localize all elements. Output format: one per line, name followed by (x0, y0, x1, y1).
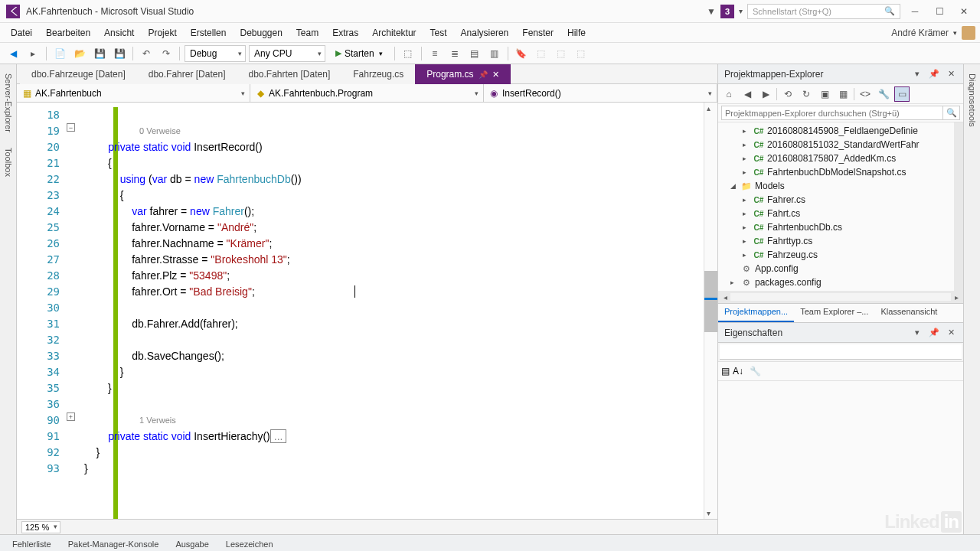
filter-icon[interactable]: ▼ (707, 6, 716, 17)
props-wrench-icon[interactable]: 🔧 (750, 366, 761, 377)
start-button[interactable]: ▶ Starten ▾ (328, 45, 390, 62)
server-explorer-tab[interactable]: Server-Explorer (4, 69, 13, 137)
codelens-refs-1[interactable]: 1 Verweis (84, 412, 704, 429)
pin-icon[interactable]: 📌 (479, 70, 488, 79)
tb-icon-4[interactable]: ⬚ (533, 45, 550, 62)
tree-item[interactable]: ▸C#Fahrer.cs (718, 193, 954, 207)
tree-hscroll[interactable]: ◂ ▸ (718, 291, 963, 303)
tab-paket-manager[interactable]: Paket-Manager-Konsole (60, 536, 167, 552)
close-button[interactable]: ✕ (954, 4, 974, 19)
tree-item-packages[interactable]: ▸⚙packages.config (718, 276, 954, 289)
solution-tree[interactable]: ▸C#20160808145908_FeldlaengeDefinie ▸C#2… (718, 122, 954, 291)
bookmark-button[interactable]: 🔖 (513, 45, 530, 62)
explorer-search-button[interactable]: 🔍 (943, 106, 960, 120)
diagnostics-tab[interactable]: Diagnosetools (968, 69, 977, 132)
tree-item-appconfig[interactable]: ⚙App.config (718, 262, 954, 276)
tab-program-cs[interactable]: Program.cs 📌 ✕ (415, 64, 510, 84)
properties-button[interactable]: 🔧 (876, 86, 891, 102)
minimize-button[interactable]: ─ (905, 4, 925, 19)
menu-debuggen[interactable]: Debuggen (234, 24, 288, 41)
tab-fahrten-daten[interactable]: dbo.Fahrten [Daten] (237, 64, 341, 84)
save-all-button[interactable]: 💾 (111, 45, 128, 62)
toolbox-tab[interactable]: Toolbox (4, 143, 13, 181)
tab-team-explorer[interactable]: Team Explorer –... (794, 304, 874, 322)
start-dropdown-icon[interactable]: ▾ (379, 50, 383, 57)
code-button[interactable]: <> (858, 86, 873, 102)
tree-scrollbar[interactable] (954, 122, 963, 291)
nav-method[interactable]: ◉ InsertRecord() (484, 84, 717, 102)
maximize-button[interactable]: ☐ (929, 4, 949, 19)
config-dropdown[interactable]: Debug (185, 45, 246, 62)
tab-lesezeichen[interactable]: Lesezeichen (218, 536, 281, 552)
nav-project[interactable]: ▦ AK.Fahrtenbuch (17, 84, 250, 102)
save-button[interactable]: 💾 (91, 45, 108, 62)
nav-forward-button[interactable]: ▸ (24, 45, 41, 62)
tree-item[interactable]: ▸C#20160808151032_StandardWertFahr (718, 138, 954, 152)
scroll-up-icon[interactable]: ▴ (707, 104, 710, 112)
menu-fenster[interactable]: Fenster (516, 24, 560, 41)
tab-fahrzeuge-daten[interactable]: dbo.Fahrzeuge [Daten] (20, 64, 137, 84)
preview-button[interactable]: ▭ (894, 86, 910, 102)
notification-dropdown-icon[interactable]: ▾ (739, 7, 743, 15)
tree-item[interactable]: ▸C#Fahrt.cs (718, 207, 954, 220)
comment-button[interactable]: ▤ (466, 45, 483, 62)
fold-column[interactable]: − + (66, 103, 78, 519)
menu-bearbeiten[interactable]: Bearbeiten (40, 24, 96, 41)
tb-icon-2[interactable]: ≡ (426, 45, 443, 62)
tb-icon-6[interactable]: ⬚ (573, 45, 590, 62)
redo-button[interactable]: ↷ (158, 45, 175, 62)
new-project-button[interactable]: 📄 (51, 45, 68, 62)
menu-erstellen[interactable]: Erstellen (185, 24, 233, 41)
scroll-right-icon[interactable]: ▸ (951, 293, 962, 302)
panel-pin-icon[interactable]: 📌 (928, 68, 940, 80)
home-button[interactable]: ⌂ (721, 86, 737, 102)
uncomment-button[interactable]: ▥ (486, 45, 503, 62)
menu-extras[interactable]: Extras (326, 24, 364, 41)
scroll-map[interactable]: ▴ ▾ (704, 103, 717, 519)
platform-dropdown[interactable]: Any CPU (249, 45, 325, 62)
collapse-button[interactable]: ▣ (817, 86, 832, 102)
tree-item[interactable]: ▸C#Fahrzeug.cs (718, 248, 954, 262)
notification-badge[interactable]: 3 (720, 5, 734, 18)
forward-button[interactable]: ▶ (758, 86, 773, 102)
nav-back-button[interactable]: ◀ (5, 45, 21, 62)
tab-fahrer-daten[interactable]: dbo.Fahrer [Daten] (137, 64, 237, 84)
tb-icon-1[interactable]: ⬚ (400, 45, 416, 62)
user-name[interactable]: André Krämer (891, 28, 949, 38)
tree-item[interactable]: ▸C#FahrtenbuchDbModelSnapshot.cs (718, 165, 954, 179)
tree-item[interactable]: ▸C#20160808175807_AddedKm.cs (718, 152, 954, 165)
tb-icon-3[interactable]: ≣ (446, 45, 463, 62)
back-button[interactable]: ◀ (740, 86, 755, 102)
scroll-left-icon[interactable]: ◂ (720, 293, 730, 302)
tab-ausgabe[interactable]: Ausgabe (168, 536, 216, 552)
tab-klassenansicht[interactable]: Klassenansicht (874, 304, 943, 322)
fold-plus-icon[interactable]: + (67, 412, 75, 421)
panel-close-icon[interactable]: ✕ (945, 68, 957, 80)
codelens-refs-0[interactable]: 0 Verweise (84, 123, 704, 139)
undo-button[interactable]: ↶ (138, 45, 155, 62)
code-editor[interactable]: 1819202122232425262728293031323334353690… (17, 103, 717, 519)
tree-item[interactable]: ▸C#20160808145908_FeldlaengeDefinie (718, 124, 954, 138)
alphabetical-button[interactable]: A↓ (733, 366, 743, 377)
menu-architektur[interactable]: Architektur (366, 24, 422, 41)
tree-item[interactable]: ▸C#FahrtenbuchDb.cs (718, 220, 954, 234)
zoom-select[interactable]: 125 % (21, 521, 60, 533)
menu-datei[interactable]: Datei (5, 24, 38, 41)
tab-fahrzeug-cs[interactable]: Fahrzeug.cs (341, 64, 415, 84)
user-dropdown-icon[interactable]: ▾ (953, 29, 957, 37)
props-pin-icon[interactable]: 📌 (928, 327, 940, 339)
properties-object-dropdown[interactable] (720, 344, 962, 360)
panel-dropdown-icon[interactable]: ▾ (911, 68, 923, 80)
scroll-thumb[interactable] (704, 271, 717, 332)
menu-analysieren[interactable]: Analysieren (455, 24, 515, 41)
tab-fehlerliste[interactable]: Fehlerliste (5, 536, 59, 552)
menu-team[interactable]: Team (290, 24, 325, 41)
menu-projekt[interactable]: Projekt (142, 24, 182, 41)
categorized-button[interactable]: ▤ (721, 366, 730, 377)
refresh-button[interactable]: ↻ (799, 86, 814, 102)
explorer-search-input[interactable] (721, 106, 943, 120)
tree-item[interactable]: ▸C#Fahrttyp.cs (718, 234, 954, 248)
code-content[interactable]: 0 Verweise private static void InsertRec… (78, 103, 704, 519)
open-file-button[interactable]: 📂 (71, 45, 88, 62)
scroll-down-icon[interactable]: ▾ (707, 509, 710, 517)
